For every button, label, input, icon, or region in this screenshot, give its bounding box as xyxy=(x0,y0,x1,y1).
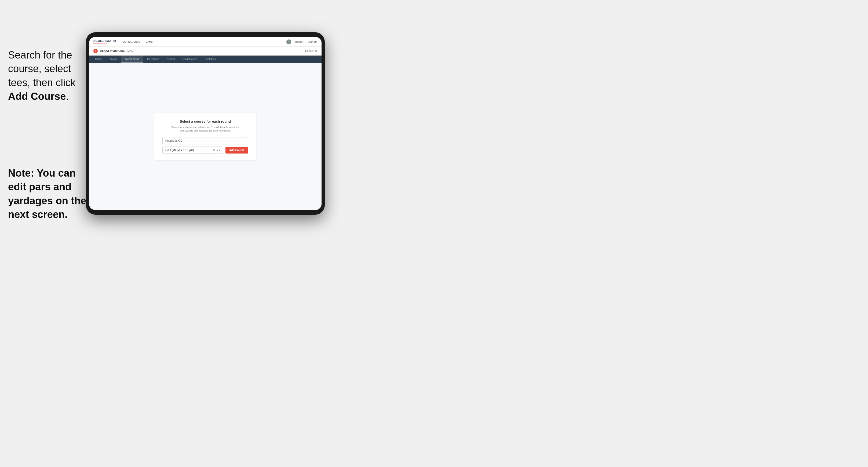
tee-clear-icon[interactable]: ✕ xyxy=(213,149,215,152)
nav-links: TOURNAMENTS TEAMS xyxy=(121,40,286,44)
add-course-button[interactable]: Add Course xyxy=(225,147,248,154)
cancel-label: Cancel xyxy=(305,50,313,53)
sign-out-link[interactable]: Sign out xyxy=(308,40,317,43)
cancel-icon: ✕ xyxy=(315,49,317,53)
course-card-desc: Search for a course and select a tee. Yo… xyxy=(162,126,248,133)
tab-teams[interactable]: Teams xyxy=(106,56,121,63)
tee-select-row: Gold (M) (M) (7010 yds) ✕ ▲▼ Add Course xyxy=(162,147,248,154)
nav-separator: | xyxy=(306,40,306,43)
tournament-name: Clippd Invitational xyxy=(100,50,125,53)
annotation-note: Note: You can edit pars and yardages on … xyxy=(8,166,91,221)
nav-right: T Test User | Sign out xyxy=(286,39,317,44)
logo-sub: Powered by clippd xyxy=(93,43,116,44)
course-search-input[interactable] xyxy=(162,137,248,145)
tab-leaderboards[interactable]: Leaderboards xyxy=(179,56,201,63)
tab-details[interactable]: Details xyxy=(91,56,106,63)
tournament-header: C Clippd Invitational (Men) Cancel ✕ xyxy=(89,47,321,56)
tab-course-setup[interactable]: Course Setup xyxy=(121,56,143,63)
tablet-screen: SCOREBOARD Powered by clippd TOURNAMENTS… xyxy=(89,37,321,210)
tee-value: Gold (M) (M) (7010 yds) xyxy=(165,149,194,152)
course-card: Select a course for each round Search fo… xyxy=(154,113,256,160)
cancel-button[interactable]: Cancel ✕ xyxy=(305,49,317,53)
nav-teams[interactable]: TEAMS xyxy=(145,40,153,44)
annotation-text: Search for the course, select tees, then… xyxy=(8,48,86,103)
navbar: SCOREBOARD Powered by clippd TOURNAMENTS… xyxy=(89,37,321,47)
course-card-title: Select a course for each round xyxy=(162,119,248,123)
nav-tournaments[interactable]: TOURNAMENTS xyxy=(121,40,140,44)
tab-bar: Details Teams Course Setup Tee Groups Re… xyxy=(89,56,321,63)
logo-text: SCOREBOARD xyxy=(93,39,116,42)
tee-select-controls: ✕ ▲▼ xyxy=(213,149,220,152)
logo-area: SCOREBOARD Powered by clippd xyxy=(93,39,116,44)
tee-select[interactable]: Gold (M) (M) (7010 yds) ✕ ▲▼ xyxy=(162,147,223,154)
tab-results[interactable]: Results xyxy=(163,56,179,63)
main-content: Select a course for each round Search fo… xyxy=(89,63,321,210)
tournament-gender: (Men) xyxy=(126,50,133,53)
tee-chevron-icon: ▲▼ xyxy=(216,149,220,151)
tournament-icon: C xyxy=(93,49,98,53)
nav-user-name: Test User xyxy=(293,40,304,43)
tablet-device: SCOREBOARD Powered by clippd TOURNAMENTS… xyxy=(86,32,325,215)
user-avatar: T xyxy=(286,39,291,44)
tab-printables[interactable]: Printables xyxy=(201,56,219,63)
tab-tee-groups[interactable]: Tee Groups xyxy=(143,56,163,63)
